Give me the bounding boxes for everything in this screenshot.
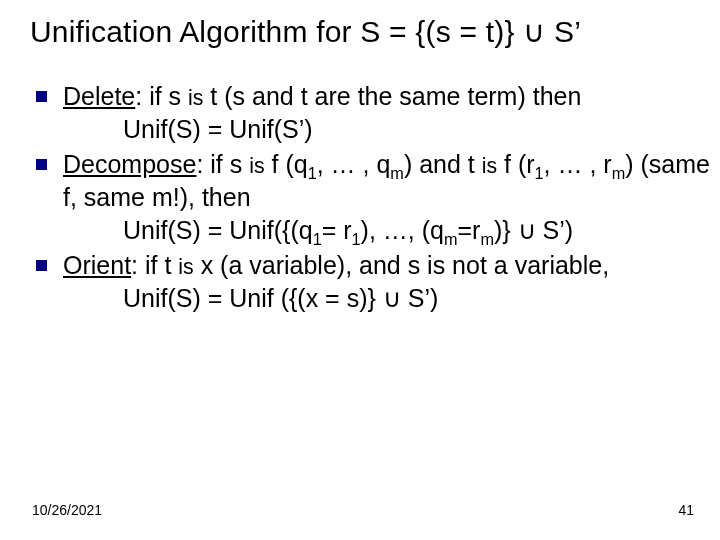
item-indent: Unif(S) = Unif ({(x = s)} ∪ S’) (63, 282, 716, 315)
sub: 1 (308, 164, 317, 182)
t: : if s (196, 150, 249, 178)
item-text: Orient: if t is x (a variable), and s is… (63, 249, 716, 315)
t: f (r (497, 150, 535, 178)
t: S’) (401, 284, 439, 312)
sub: m (480, 230, 494, 248)
union-symbol: ∪ (523, 15, 545, 48)
t: is (188, 86, 203, 110)
t: ), …, (q (361, 216, 444, 244)
sub: 1 (352, 230, 361, 248)
slide-body: Delete: if s is t (s and t are the same … (36, 80, 716, 317)
t: x (a variable), and s is not a variable, (194, 251, 609, 279)
item-indent: Unif(S) = Unif(S’) (63, 113, 716, 146)
sub: 1 (535, 164, 544, 182)
rule-name: Delete (63, 82, 135, 110)
slide: Unification Algorithm for S = {(s = t)} … (0, 0, 720, 540)
t: =r (458, 216, 481, 244)
t: , … , q (317, 150, 391, 178)
t: )} (494, 216, 518, 244)
title-text-a: Unification Algorithm for S = {(s = t)} (30, 15, 523, 48)
t: : if s (135, 82, 188, 110)
t: is (482, 154, 497, 178)
t: Unif(S) = Unif ({(x = s)} (123, 284, 383, 312)
list-item: Decompose: if s is f (q1, … , qm) and t … (36, 148, 716, 247)
rule-name: Orient (63, 251, 131, 279)
title-text-b: S’ (545, 15, 581, 48)
bullet-icon (36, 91, 47, 102)
rule-name: Decompose (63, 150, 196, 178)
t: , … , r (544, 150, 612, 178)
footer-page-number: 41 (678, 502, 694, 518)
t: is (178, 255, 193, 279)
slide-title: Unification Algorithm for S = {(s = t)} … (30, 14, 581, 50)
sub: m (390, 164, 404, 182)
bullet-icon (36, 159, 47, 170)
t: f (q (265, 150, 308, 178)
list-item: Orient: if t is x (a variable), and s is… (36, 249, 716, 315)
t: t (s and t are the same term) then (203, 82, 581, 110)
union-symbol: ∪ (383, 284, 401, 312)
t: is (249, 154, 264, 178)
sub: m (444, 230, 458, 248)
t: ) and t (404, 150, 482, 178)
sub: m (612, 164, 626, 182)
list-item: Delete: if s is t (s and t are the same … (36, 80, 716, 146)
t: S’) (536, 216, 574, 244)
union-symbol: ∪ (518, 216, 536, 244)
item-text: Decompose: if s is f (q1, … , qm) and t … (63, 148, 716, 247)
item-indent: Unif(S) = Unif({(q1= r1), …, (qm=rm)} ∪ … (63, 214, 716, 247)
t: : if t (131, 251, 178, 279)
t: Unif(S) = Unif({(q (123, 216, 313, 244)
item-text: Delete: if s is t (s and t are the same … (63, 80, 716, 146)
sub: 1 (313, 230, 322, 248)
footer-date: 10/26/2021 (32, 502, 102, 518)
t: = r (322, 216, 352, 244)
bullet-icon (36, 260, 47, 271)
